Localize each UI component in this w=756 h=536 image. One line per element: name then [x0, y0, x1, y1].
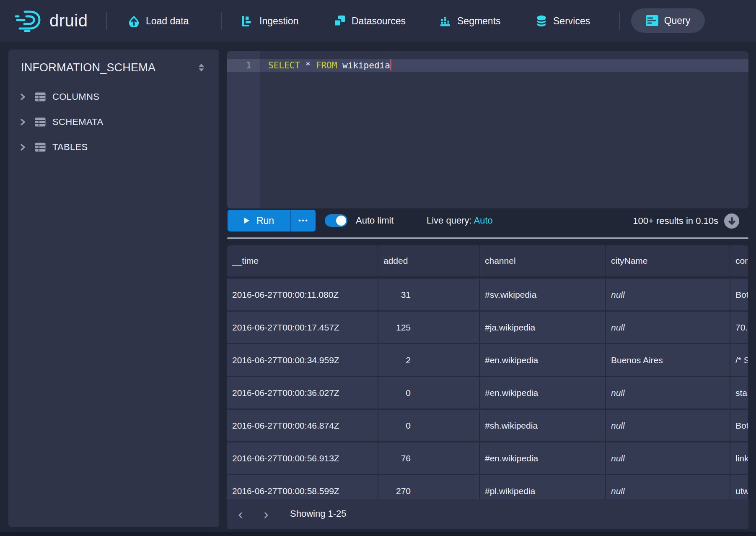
nav-item-ingestion[interactable]: Ingestion	[242, 0, 298, 42]
column-header-cityName[interactable]: cityName	[606, 245, 730, 276]
sidebar-item-tables[interactable]: TABLES	[8, 137, 219, 157]
sql-token-keyword: FROM	[316, 60, 337, 70]
nav-item-label: Load data	[146, 16, 189, 27]
table-cell[interactable]: 70.	[730, 312, 748, 343]
table-cell[interactable]: 2016-06-27T00:00:17.457Z	[227, 312, 378, 343]
nav-item-services[interactable]: Services	[536, 0, 590, 42]
table-cell[interactable]: null	[606, 312, 730, 343]
auto-limit-toggle[interactable]	[325, 214, 347, 227]
table-cell[interactable]: 2016-06-27T00:00:56.913Z	[227, 442, 378, 474]
table-cell[interactable]: 2016-06-27T00:00:11.080Z	[227, 279, 378, 310]
sidebar-item-schemata[interactable]: SCHEMATA	[8, 112, 219, 132]
nav-item-datasources[interactable]: Datasources	[334, 0, 406, 42]
sidebar-item-label: TABLES	[52, 142, 88, 153]
nav-item-segments[interactable]: Segments	[440, 0, 501, 42]
druid-logo-icon	[14, 9, 45, 32]
tab-query-label: Query	[664, 15, 691, 26]
table-cell[interactable]: sta	[730, 377, 748, 409]
table-row: 2016-06-27T00:00:11.080Z31#sv.wikipedian…	[227, 279, 748, 312]
null-value: null	[611, 388, 625, 398]
null-value: null	[611, 290, 625, 300]
sql-editor[interactable]: 1 SELECT * FROM wikipedia	[227, 51, 748, 208]
table-cell[interactable]: 0	[378, 377, 480, 409]
sidebar-item-label: COLUMNS	[52, 91, 99, 102]
results-summary: 100+ results in 0.10s	[633, 216, 718, 226]
pagination-bar: ‹ › Showing 1-25	[227, 499, 748, 529]
null-value: null	[611, 453, 625, 463]
run-button[interactable]: Run	[228, 210, 290, 232]
table-cell[interactable]: null	[606, 442, 730, 474]
table-cell[interactable]: #sh.wikipedia	[480, 410, 606, 441]
column-header-added[interactable]: added	[378, 245, 480, 276]
services-icon	[536, 15, 547, 27]
nav-item-load-data[interactable]: Load data	[128, 0, 189, 42]
live-query-control[interactable]: Live query: Auto	[427, 215, 493, 226]
table-row: 2016-06-27T00:00:34.959Z2#en.wikipediaBu…	[227, 344, 748, 377]
download-results-button[interactable]	[724, 213, 739, 229]
table-cell[interactable]: Bot	[730, 279, 748, 310]
results-header-row: __timeaddedchannelcityNamecomment	[227, 245, 748, 279]
nav-item-label: Services	[553, 16, 590, 27]
table-row: 2016-06-27T00:00:17.457Z125#ja.wikipedia…	[227, 312, 748, 344]
schema-selector-double-caret-icon[interactable]	[198, 63, 205, 72]
table-cell[interactable]: 76	[378, 442, 480, 474]
page-next-button[interactable]: ›	[258, 505, 274, 523]
query-icon	[646, 15, 658, 26]
table-cell[interactable]: null	[606, 410, 730, 441]
ingestion-icon	[242, 16, 253, 27]
page-prev-button[interactable]: ‹	[232, 505, 249, 523]
chevron-right-icon[interactable]	[20, 118, 26, 126]
table-cell[interactable]: #ja.wikipedia	[480, 312, 606, 343]
chevron-right-icon[interactable]	[20, 143, 26, 151]
download-icon	[728, 217, 735, 225]
table-cell[interactable]: #en.wikipedia	[480, 344, 606, 376]
table-cell[interactable]: Buenos Aires	[606, 344, 730, 376]
results-divider	[227, 237, 748, 239]
sql-query-text[interactable]: SELECT * FROM wikipedia	[268, 59, 391, 72]
brand-wordmark: druid	[49, 11, 88, 30]
query-toolbar: Run ••• Auto limit Live query: Auto 100+…	[227, 208, 748, 237]
run-more-button[interactable]: •••	[290, 210, 316, 232]
editor-gutter	[227, 51, 260, 208]
sql-token-plain: *	[300, 60, 316, 70]
more-dots-icon: •••	[298, 216, 308, 225]
table-icon	[35, 143, 46, 152]
brand[interactable]: druid	[14, 9, 88, 32]
sql-token-keyword: SELECT	[268, 60, 300, 70]
toggle-knob	[336, 216, 346, 226]
table-cell[interactable]: 31	[378, 279, 480, 310]
auto-limit-label: Auto limit	[356, 215, 394, 226]
page-range-label: Showing 1-25	[290, 508, 347, 519]
table-cell[interactable]: link	[730, 442, 748, 474]
table-cell[interactable]: #sv.wikipedia	[480, 279, 606, 310]
table-row: 2016-06-27T00:00:56.913Z76#en.wikipedian…	[227, 442, 748, 475]
chevron-right-icon[interactable]	[20, 93, 26, 101]
table-cell[interactable]: 2016-06-27T00:00:46.874Z	[227, 410, 378, 441]
table-cell[interactable]: null	[606, 377, 730, 409]
table-cell[interactable]: /* S	[730, 344, 748, 376]
window-bottom-edge	[0, 532, 756, 536]
table-cell[interactable]: 125	[378, 312, 480, 343]
results-panel: __timeaddedchannelcityNamecomment 2016-0…	[227, 245, 748, 529]
nav-divider	[221, 12, 222, 30]
table-cell[interactable]: 2016-06-27T00:00:36.027Z	[227, 377, 378, 409]
table-cell[interactable]: null	[606, 279, 730, 310]
table-icon	[35, 117, 46, 127]
column-header-comment[interactable]: comment	[730, 245, 748, 276]
column-header-time[interactable]: __time	[227, 245, 378, 276]
schema-explorer-panel: INFORMATION_SCHEMA COLUMNSSCHEMATATABLES	[8, 49, 219, 527]
table-cell[interactable]: 2016-06-27T00:00:34.959Z	[227, 344, 378, 376]
table-cell[interactable]: #en.wikipedia	[480, 442, 606, 474]
tab-query[interactable]: Query	[631, 8, 705, 33]
druid-console: druid Load dataIngestionDatasourcesSegme…	[0, 0, 756, 536]
sidebar-item-columns[interactable]: COLUMNS	[8, 87, 219, 107]
table-cell[interactable]: Bot	[730, 410, 748, 441]
table-cell[interactable]: #en.wikipedia	[480, 377, 606, 409]
table-icon	[35, 92, 46, 101]
table-cell[interactable]: 2	[378, 344, 480, 376]
nav-item-label: Datasources	[352, 16, 406, 27]
nav-item-label: Ingestion	[259, 16, 298, 27]
table-cell[interactable]: 0	[378, 410, 480, 441]
live-query-value[interactable]: Auto	[474, 215, 493, 226]
column-header-channel[interactable]: channel	[480, 245, 606, 276]
